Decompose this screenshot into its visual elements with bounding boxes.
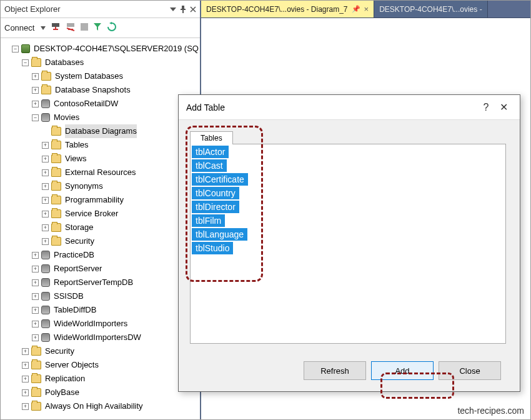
dropdown-icon[interactable] (170, 6, 176, 12)
tree-label: Databases (45, 56, 84, 69)
database-node-movies[interactable]: −Movies (3, 111, 200, 124)
expand-icon[interactable]: + (22, 403, 29, 410)
folder-node[interactable]: Database Diagrams (3, 124, 200, 138)
svg-rect-3 (52, 23, 59, 27)
list-item[interactable]: tblCountry (192, 187, 239, 199)
collapse-icon[interactable]: − (22, 59, 29, 66)
collapse-icon[interactable]: − (32, 114, 39, 121)
connect-server-icon[interactable] (51, 22, 61, 34)
list-item[interactable]: tblActor (192, 146, 229, 158)
collapse-icon[interactable]: − (12, 46, 19, 52)
database-icon (41, 306, 50, 314)
expand-icon[interactable]: + (22, 348, 29, 355)
stop-icon[interactable] (81, 23, 88, 32)
expand-icon[interactable]: + (32, 307, 39, 314)
server-node[interactable]: −DESKTOP-4COH4E7\SQLSERVER2019 (SQ (3, 42, 200, 56)
tree-label: Replication (45, 372, 85, 386)
folder-node[interactable]: +Always On High Availability (3, 399, 200, 413)
folder-icon (31, 374, 41, 383)
expand-icon[interactable]: + (42, 197, 49, 204)
expand-icon[interactable]: + (22, 389, 29, 396)
expand-icon[interactable]: + (42, 142, 49, 149)
list-item[interactable]: tblDirector (192, 201, 239, 213)
expand-icon[interactable]: + (22, 362, 29, 369)
expand-icon[interactable]: + (42, 224, 49, 231)
folder-icon (51, 168, 61, 177)
close-icon[interactable]: ✕ (495, 101, 512, 113)
expand-icon[interactable]: + (32, 334, 39, 341)
tree-label: Views (65, 152, 86, 166)
database-icon (41, 113, 50, 122)
folder-node[interactable]: +System Databases (3, 69, 200, 83)
expand-icon[interactable]: + (32, 279, 39, 286)
database-node[interactable]: +ContosoRetailDW (3, 97, 200, 111)
expand-icon[interactable]: + (32, 73, 39, 80)
tables-listbox[interactable]: tblActortblCasttblCertificatetblCountryt… (190, 144, 506, 344)
expand-icon[interactable]: + (42, 211, 49, 218)
refresh-icon[interactable] (107, 22, 117, 34)
expand-icon[interactable]: + (42, 169, 49, 176)
tree-label: Storage (65, 221, 94, 234)
expand-icon[interactable]: + (32, 266, 39, 272)
expand-icon[interactable]: + (42, 156, 49, 162)
disconnect-icon[interactable] (66, 22, 76, 34)
expand-icon[interactable]: + (32, 101, 39, 108)
dialog-title: Add Table (186, 102, 477, 112)
folder-node[interactable]: +Views (3, 152, 200, 166)
tree-label: Always On High Availability (45, 399, 143, 413)
close-icon[interactable] (190, 6, 196, 12)
database-node[interactable]: +WideWorldImporters (3, 317, 200, 331)
folder-node[interactable]: +Server Objects (3, 358, 200, 372)
databases-node[interactable]: −Databases (3, 56, 200, 69)
folder-node[interactable]: +Synonyms (3, 179, 200, 193)
database-node[interactable]: +WideWorldImportersDW (3, 331, 200, 344)
folder-node[interactable]: +External Resources (3, 166, 200, 179)
svg-rect-5 (81, 23, 88, 31)
help-icon[interactable]: ? (477, 102, 495, 113)
folder-node[interactable]: +Service Broker (3, 207, 200, 221)
expand-icon[interactable]: + (42, 183, 49, 190)
connect-dropdown-icon[interactable] (41, 23, 46, 32)
folder-node[interactable]: +Storage (3, 221, 200, 234)
database-node[interactable]: +SSISDB (3, 289, 200, 303)
database-node[interactable]: +TableDiffDB (3, 303, 200, 317)
expand-icon[interactable]: + (32, 293, 39, 300)
close-button[interactable]: Close (439, 361, 501, 380)
expand-icon[interactable]: + (32, 252, 39, 259)
folder-node[interactable]: +Replication (3, 372, 200, 386)
pin-icon[interactable]: 📌 (352, 5, 360, 13)
list-item[interactable]: tblCast (192, 159, 227, 172)
database-icon (41, 333, 50, 342)
document-tab[interactable]: DESKTOP-4COH4E7\...ovies - Diagram_7📌× (201, 1, 374, 18)
pin-icon[interactable] (180, 6, 186, 13)
folder-node[interactable]: +Tables (3, 138, 200, 152)
list-item[interactable]: tblCertificate (192, 173, 248, 186)
add-button[interactable]: Add (371, 361, 434, 380)
database-node[interactable]: +ReportServerTempDB (3, 276, 200, 289)
refresh-button[interactable]: Refresh (304, 361, 366, 380)
document-tab[interactable]: DESKTOP-4COH4E7\...ovies - (374, 1, 488, 18)
list-item[interactable]: tblStudio (192, 242, 233, 254)
folder-node[interactable]: +Security (3, 344, 200, 358)
tab-tables[interactable]: Tables (190, 131, 233, 144)
list-item[interactable]: tblFilm (192, 214, 225, 227)
expand-icon[interactable]: + (32, 321, 39, 328)
close-icon[interactable]: × (364, 4, 369, 14)
expand-icon[interactable]: + (22, 376, 29, 382)
expand-icon[interactable]: + (32, 87, 39, 94)
document-tabbar: DESKTOP-4COH4E7\...ovies - Diagram_7📌×DE… (201, 1, 530, 18)
connect-label[interactable]: Connect (4, 23, 34, 32)
object-explorer: Object Explorer Connect −DESKTOP-4COH4E7… (1, 1, 201, 419)
list-item[interactable]: tblLanguage (192, 228, 247, 241)
database-node[interactable]: +PracticeDB (3, 248, 200, 262)
folder-node[interactable]: +Programmability (3, 193, 200, 207)
database-node[interactable]: +ReportServer (3, 262, 200, 276)
folder-node[interactable]: +Database Snapshots (3, 83, 200, 97)
tree: −DESKTOP-4COH4E7\SQLSERVER2019 (SQ−Datab… (1, 38, 200, 419)
filter-icon[interactable] (93, 22, 102, 33)
folder-icon (31, 58, 41, 67)
folder-node[interactable]: +PolyBase (3, 386, 200, 399)
folder-icon (51, 209, 61, 218)
folder-node[interactable]: +Security (3, 234, 200, 248)
expand-icon[interactable]: + (42, 238, 49, 245)
